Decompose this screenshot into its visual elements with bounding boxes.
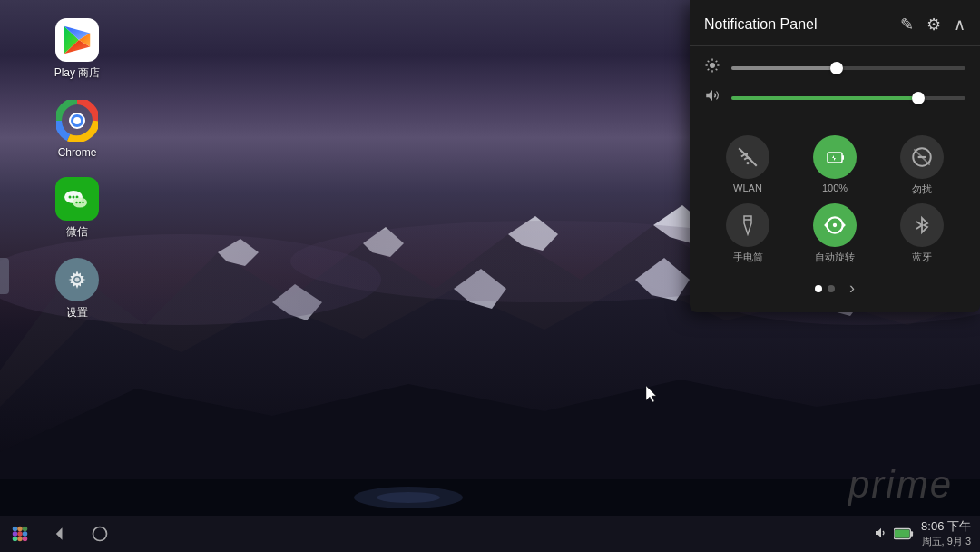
rotate-tile-icon-bg — [813, 203, 857, 247]
wechat-label: 微信 — [66, 224, 88, 240]
svg-marker-65 — [56, 527, 63, 539]
flashlight-tile-icon-bg — [726, 203, 769, 247]
volume-fill — [731, 96, 918, 100]
page-arrow[interactable]: › — [849, 279, 855, 298]
svg-point-59 — [13, 531, 18, 537]
chrome-icon-desktop[interactable]: Chrome — [45, 99, 109, 159]
dnd-tile-label: 勿扰 — [912, 182, 932, 196]
home-button[interactable] — [89, 523, 111, 545]
volume-thumb[interactable] — [912, 92, 925, 104]
rotate-tile[interactable]: 自动旋转 — [797, 203, 874, 264]
svg-point-23 — [69, 196, 72, 199]
taskbar-left — [9, 523, 111, 545]
wifi-off-icon — [736, 145, 760, 169]
brightness-icon — [704, 57, 722, 78]
dnd-icon — [910, 145, 934, 169]
settings-icon-desktop[interactable]: 设置 — [45, 258, 109, 320]
current-date: 周五, 9月 3 — [921, 535, 971, 547]
prime-watermark: prime — [848, 463, 953, 507]
launcher-button[interactable] — [9, 523, 31, 545]
flashlight-tile-label: 手电筒 — [733, 251, 763, 264]
page-dot-2[interactable] — [828, 285, 835, 292]
notification-panel: Notification Panel ✎ ⚙ ∧ — [690, 0, 980, 312]
svg-point-17 — [377, 492, 440, 503]
bluetooth-tile-icon-bg — [900, 203, 944, 247]
volume-track[interactable] — [731, 96, 965, 100]
svg-line-54 — [916, 222, 922, 225]
system-tray — [874, 526, 914, 543]
battery-tray — [894, 527, 914, 540]
flashlight-tile[interactable]: 手电筒 — [710, 203, 787, 264]
quick-tiles: WLAN 100% — [690, 128, 980, 301]
wechat-icon[interactable]: 微信 — [45, 177, 109, 240]
rotate-tile-label: 自动旋转 — [815, 251, 855, 264]
svg-point-24 — [73, 196, 75, 199]
panel-edit-button[interactable]: ✎ — [900, 15, 914, 34]
svg-point-28 — [79, 202, 81, 203]
svg-point-63 — [17, 537, 23, 542]
sound-tray-icon — [874, 526, 888, 543]
panel-title: Notification Panel — [704, 16, 818, 33]
svg-point-56 — [13, 527, 18, 532]
svg-rect-70 — [895, 529, 910, 537]
desktop-icons: Play 商店 Chrome — [45, 18, 109, 320]
svg-marker-67 — [876, 527, 881, 537]
svg-point-27 — [75, 202, 77, 203]
bluetooth-icon — [911, 214, 933, 236]
brightness-slider-row — [704, 57, 965, 78]
tiles-row-2: 手电筒 自动旋转 — [704, 203, 965, 264]
back-button[interactable] — [49, 523, 71, 545]
svg-line-41 — [708, 69, 710, 71]
battery-icon — [824, 146, 846, 168]
bluetooth-tile-label: 蓝牙 — [912, 251, 932, 264]
volume-icon — [704, 87, 722, 108]
wlan-tile[interactable]: WLAN — [710, 135, 787, 196]
dnd-tile[interactable]: 勿扰 — [884, 135, 961, 196]
svg-point-57 — [17, 527, 23, 532]
svg-line-39 — [716, 69, 718, 71]
svg-point-58 — [23, 527, 28, 532]
svg-rect-69 — [910, 531, 913, 537]
rotate-icon — [823, 213, 847, 237]
flashlight-icon — [737, 214, 759, 236]
svg-point-62 — [13, 537, 18, 542]
time-display: 8:06 下午 周五, 9月 3 — [921, 519, 971, 547]
taskbar-right: 8:06 下午 周五, 9月 3 — [874, 519, 971, 547]
svg-rect-45 — [828, 153, 842, 163]
svg-point-29 — [82, 202, 83, 203]
tiles-row-1: WLAN 100% — [704, 135, 965, 196]
brightness-thumb[interactable] — [830, 62, 843, 74]
svg-point-64 — [23, 537, 28, 542]
svg-point-53 — [833, 223, 837, 227]
svg-line-40 — [716, 61, 718, 63]
svg-marker-52 — [824, 222, 827, 229]
volume-slider-row — [704, 87, 965, 108]
side-handle[interactable] — [0, 258, 9, 294]
battery-tile-icon-bg — [813, 135, 857, 179]
panel-collapse-button[interactable]: ∧ — [954, 15, 965, 34]
svg-point-61 — [23, 531, 28, 537]
current-time: 8:06 下午 — [921, 519, 971, 535]
battery-tile[interactable]: 100% — [797, 135, 874, 196]
svg-point-44 — [746, 162, 749, 164]
wlan-tile-label: WLAN — [733, 182, 762, 193]
play-store-label: Play 商店 — [54, 65, 101, 81]
svg-line-49 — [914, 149, 929, 164]
taskbar: 8:06 下午 周五, 9月 3 — [0, 516, 980, 552]
panel-settings-button[interactable]: ⚙ — [926, 15, 941, 34]
svg-line-38 — [708, 61, 710, 63]
svg-marker-42 — [706, 90, 712, 101]
svg-marker-51 — [843, 222, 846, 229]
svg-point-66 — [93, 527, 107, 541]
page-dot-1[interactable] — [815, 285, 822, 292]
sliders-section — [690, 46, 980, 128]
svg-rect-15 — [0, 479, 980, 516]
svg-rect-46 — [842, 155, 844, 160]
chrome-label: Chrome — [58, 146, 97, 159]
svg-point-33 — [710, 63, 715, 68]
brightness-track[interactable] — [731, 66, 965, 70]
panel-header-icons: ✎ ⚙ ∧ — [900, 15, 965, 34]
play-store-icon[interactable]: Play 商店 — [45, 18, 109, 81]
panel-header: Notification Panel ✎ ⚙ ∧ — [690, 0, 980, 46]
bluetooth-tile[interactable]: 蓝牙 — [884, 203, 961, 264]
